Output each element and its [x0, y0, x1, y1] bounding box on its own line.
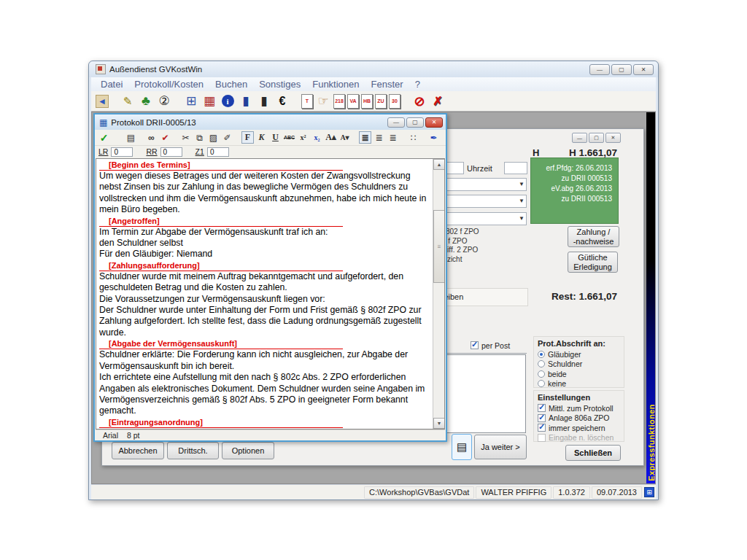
scroll-thumb[interactable]: ≡ [433, 210, 445, 283]
calendar-icon[interactable]: ▦ [201, 93, 217, 109]
subscript-icon[interactable]: x₂ [311, 131, 323, 144]
doc-hb-icon[interactable]: HB [361, 94, 373, 109]
checkbox-box[interactable] [538, 424, 546, 432]
schliessen-button[interactable]: Schließen [565, 445, 621, 461]
bold-icon[interactable]: F [241, 131, 254, 144]
protokoll-titlebar[interactable]: ▦ Protokoll DRII-0005/13 — ▢ ✕ [95, 114, 446, 130]
spellcheck-icon[interactable]: ✔ [159, 131, 171, 144]
cabinet-icon[interactable]: ▮ [256, 93, 272, 109]
checkbox-box[interactable] [538, 414, 546, 422]
scroll-down-button[interactable]: ▼ [433, 418, 445, 429]
paste-icon[interactable]: ▨ [207, 131, 220, 144]
align-right-icon[interactable]: ≣ [387, 131, 399, 144]
drittsch-button[interactable]: Drittsch. [167, 442, 219, 459]
form-combo-3[interactable]: ▼ [441, 212, 527, 225]
italic-icon[interactable]: K [255, 131, 268, 144]
minimize-button[interactable]: — [589, 64, 610, 75]
scroll-up-button[interactable]: ▲ [433, 159, 445, 170]
no-person-icon[interactable]: ⊘ [411, 93, 427, 109]
cancel-icon[interactable]: ✗ [430, 93, 446, 109]
calculator-icon[interactable]: ⊞ [183, 93, 199, 109]
radio-beide[interactable]: beide [538, 369, 620, 379]
time-field-2[interactable] [504, 162, 527, 174]
exit-icon[interactable]: ◄ [96, 95, 109, 108]
menu-funktionen[interactable]: Funktionen [307, 79, 364, 90]
apply-check-icon[interactable]: ✓ [98, 131, 110, 144]
radio-glaeubiger[interactable]: Gläubiger [538, 349, 620, 359]
menu-datei[interactable]: Datei [96, 79, 128, 90]
express-grip-icon[interactable]: ⊞ [644, 487, 654, 497]
print-protocol-button[interactable]: ▤ [452, 434, 472, 460]
pen-icon[interactable]: ✒ [427, 131, 440, 144]
optionen-button[interactable]: Optionen [222, 442, 274, 459]
form-minimize-button[interactable]: — [572, 133, 587, 143]
doc-30-icon[interactable]: 30 [389, 94, 400, 109]
find-icon[interactable]: ∞ [145, 131, 158, 144]
form-combo-1[interactable]: ▼ [441, 178, 527, 191]
address-book-icon[interactable]: ▮ [238, 93, 254, 109]
second-attempt-icon[interactable]: ② [156, 93, 172, 109]
edit-protocol-icon[interactable]: ✎ [120, 93, 136, 109]
maximize-button[interactable]: ▢ [611, 64, 632, 75]
euro-icon[interactable]: € [274, 93, 290, 109]
checkbox-mittl-zum-protokoll[interactable]: Mittl. zum Protokoll [538, 403, 620, 413]
format-painter-icon[interactable]: ✐ [221, 131, 233, 144]
hand-icon[interactable]: ☞ [315, 93, 331, 109]
form-list-box[interactable] [442, 354, 526, 433]
vertical-scrollbar[interactable]: ▲ ≡ ▼ [433, 159, 444, 429]
checkbox-anlage-806a[interactable]: Anlage 806a ZPO [538, 413, 620, 424]
guetliche-erledigung-button[interactable]: Gütliche Erledigung [568, 252, 618, 273]
protokoll-maximize-button[interactable]: ▢ [406, 117, 424, 128]
doc-218-icon[interactable]: 218 [333, 94, 345, 109]
close-button[interactable]: ✕ [633, 64, 654, 75]
info-icon[interactable]: i [222, 95, 234, 107]
per-post-checkbox-box[interactable] [471, 341, 479, 349]
abbrechen-button[interactable]: Abbrechen [112, 442, 164, 459]
copy-icon[interactable]: ⧉ [193, 131, 206, 144]
doc-zu-icon[interactable]: ZU [375, 94, 387, 109]
zahlung-nachweise-button[interactable]: Zahlung / -nachweise [568, 226, 619, 247]
doc-va-icon[interactable]: VA [347, 94, 359, 109]
radio-keine[interactable]: keine [538, 379, 620, 389]
menu-sonstiges[interactable]: Sonstiges [254, 79, 306, 90]
align-left-icon[interactable]: ≣ [359, 131, 371, 144]
form-close-button[interactable]: ✕ [605, 133, 621, 143]
form-combo-2[interactable]: ▼ [441, 195, 527, 208]
radio-schuldner-dot[interactable] [538, 360, 545, 368]
checkbox-immer-speichern[interactable]: immer speichern [538, 423, 620, 433]
print-icon[interactable]: ▤ [125, 131, 137, 144]
align-center-icon[interactable]: ≣ [373, 131, 385, 144]
protokoll-close-button[interactable]: ✕ [425, 117, 443, 128]
superscript-icon[interactable]: x² [297, 131, 309, 144]
underline-icon[interactable]: U [269, 131, 282, 144]
right-margin-input[interactable]: 0 [160, 147, 182, 157]
radio-glaeubiger-dot[interactable] [538, 351, 545, 358]
protocol-document[interactable]: [Beginn des Termins] Um wegen dieses Bet… [96, 159, 433, 429]
per-post-checkbox[interactable]: per Post [471, 341, 510, 351]
radio-beide-dot[interactable] [538, 370, 545, 378]
left-margin-input[interactable]: 0 [111, 147, 133, 157]
tree-icon[interactable]: ♣ [138, 93, 154, 109]
doc-t-icon[interactable]: T [301, 94, 313, 109]
main-titlebar[interactable]: Außendienst GVKostWin — ▢ ✕ [89, 61, 658, 77]
checkbox-box[interactable] [538, 404, 546, 412]
radio-keine-dot[interactable] [538, 380, 545, 387]
menu-hilfe[interactable]: ? [410, 79, 425, 90]
strikethrough-icon[interactable]: ABC [283, 131, 295, 144]
express-bar-label[interactable]: Expressfunktionen [647, 404, 656, 481]
express-bar[interactable]: Expressfunktionen [646, 112, 656, 483]
bullet-list-icon[interactable]: ∷ [407, 131, 419, 144]
form-maximize-button[interactable]: ▢ [589, 133, 604, 143]
ja-weiter-button[interactable]: Ja weiter > [474, 435, 527, 459]
menu-fenster[interactable]: Fenster [366, 79, 409, 90]
menu-buchen[interactable]: Buchen [210, 79, 252, 90]
font-decrease-icon[interactable]: A▾ [338, 131, 351, 144]
menu-protokoll-kosten[interactable]: Protokoll/Kosten [129, 79, 209, 90]
protocol-text-area[interactable]: [Beginn des Termins] Um wegen dieses Bet… [96, 158, 445, 429]
z1-input[interactable]: 0 [207, 147, 229, 157]
radio-schuldner[interactable]: Schuldner [538, 359, 620, 370]
mdi-area: Expressfunktionen — ▢ ✕ Uhrzeit ▼ ▼ ▼ 80… [91, 112, 656, 484]
font-increase-icon[interactable]: A▴ [325, 131, 337, 144]
protokoll-minimize-button[interactable]: — [387, 117, 405, 128]
cut-icon[interactable]: ✂ [179, 131, 192, 144]
